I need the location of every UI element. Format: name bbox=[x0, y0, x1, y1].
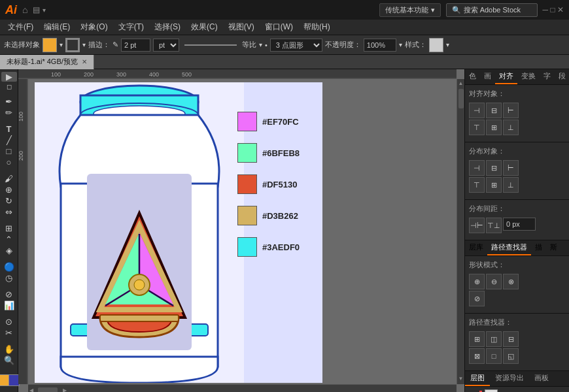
menu-help[interactable]: 帮助(H) bbox=[298, 20, 336, 34]
merge-btn[interactable]: ⊟ bbox=[503, 331, 519, 347]
tool-type[interactable]: T bbox=[1, 124, 17, 134]
intersect-btn[interactable]: ⊗ bbox=[503, 274, 519, 289]
tool-graph[interactable]: 📊 bbox=[1, 301, 17, 310]
style-swatch[interactable] bbox=[429, 38, 443, 52]
stroke-swatch[interactable] bbox=[65, 38, 80, 52]
minus-back-btn[interactable]: ◱ bbox=[503, 348, 519, 364]
tool-pen[interactable]: ✒ bbox=[1, 97, 17, 106]
outline-btn[interactable]: □ bbox=[486, 348, 502, 364]
point-style-select[interactable]: 3 点圆形 bbox=[270, 39, 322, 52]
tab-layers[interactable]: 层图 bbox=[465, 371, 490, 386]
tab-align[interactable]: 对齐 bbox=[495, 69, 517, 84]
dist-horiz-space[interactable]: ⊣⊢ bbox=[469, 218, 485, 233]
align-bottom-edge[interactable]: ⊥ bbox=[503, 120, 519, 135]
dist-center-h[interactable]: ⊟ bbox=[486, 160, 502, 176]
tool-width[interactable]: ◈ bbox=[1, 246, 17, 255]
scroll-up-btn[interactable]: ▲ bbox=[457, 79, 464, 88]
tool-rect[interactable]: □ bbox=[1, 146, 17, 156]
tab-para[interactable]: 段 bbox=[555, 69, 569, 84]
vertical-scrollbar[interactable]: ▲ ▼ bbox=[457, 79, 464, 384]
dist-bottom[interactable]: ⊥ bbox=[503, 177, 519, 193]
menu-view[interactable]: 视图(V) bbox=[223, 20, 260, 34]
fill-dropdown[interactable]: ▾ bbox=[60, 41, 63, 48]
opacity-input[interactable] bbox=[364, 39, 396, 52]
dist-vert-space[interactable]: ⊤⊥ bbox=[486, 218, 502, 233]
dist-center-v[interactable]: ⊞ bbox=[486, 177, 502, 193]
tool-brush[interactable]: 🖌 bbox=[1, 174, 17, 184]
tab-asset-export[interactable]: 资源导出 bbox=[490, 371, 529, 386]
home-icon[interactable]: ⌂ bbox=[22, 5, 27, 15]
trim-btn[interactable]: ◫ bbox=[486, 331, 502, 347]
tab-transform[interactable]: 变换 bbox=[517, 69, 540, 84]
scroll-thumb[interactable] bbox=[458, 89, 464, 108]
tab-artboards[interactable]: 画板 bbox=[529, 371, 554, 386]
dist-left[interactable]: ⊣ bbox=[469, 160, 485, 176]
tool-hand[interactable]: ✋ bbox=[1, 344, 17, 354]
align-right-edge[interactable]: ⊢ bbox=[503, 103, 519, 118]
ratio-dropdown[interactable]: ▾ bbox=[259, 41, 262, 48]
tool-rotate[interactable]: ↻ bbox=[1, 196, 17, 206]
stroke-unit-select[interactable]: pt bbox=[153, 39, 179, 52]
tool-warp[interactable]: ⌃ bbox=[1, 235, 17, 244]
tab-pathfinder[interactable]: 路径查找器 bbox=[487, 240, 531, 255]
tool-symbol[interactable]: ⊘ bbox=[1, 289, 17, 299]
menu-select[interactable]: 选择(S) bbox=[149, 20, 186, 34]
foreground-color-swatch[interactable] bbox=[0, 374, 9, 386]
divide-btn[interactable]: ⊞ bbox=[469, 331, 485, 347]
workspace-selector[interactable]: 传统基本功能 ▾ bbox=[379, 3, 441, 17]
tab-si[interactable]: 斯 bbox=[546, 240, 561, 255]
tab-close[interactable]: ✕ bbox=[82, 58, 87, 65]
tool-pencil[interactable]: ✏ bbox=[1, 108, 17, 118]
crop-btn[interactable]: ⊠ bbox=[469, 348, 485, 364]
tab-swatches[interactable]: 色 bbox=[465, 69, 480, 84]
exclude-btn[interactable]: ⊘ bbox=[469, 291, 485, 306]
background-color-swatch[interactable] bbox=[8, 374, 20, 386]
close-button[interactable]: ─ □ ✕ bbox=[543, 5, 564, 14]
tool-slice[interactable]: ✂ bbox=[1, 328, 17, 338]
tool-artboard[interactable]: ⊙ bbox=[1, 317, 17, 327]
arrange-icon[interactable]: ▤ bbox=[33, 5, 40, 14]
tool-zoom[interactable]: 🔍 bbox=[1, 355, 17, 365]
document-tab[interactable]: 未标题-1.ai* 4GB/预览 ✕ bbox=[0, 55, 94, 69]
unite-btn[interactable]: ⊕ bbox=[469, 274, 485, 289]
layer-item-1[interactable]: 👁 框架 ▶ bbox=[465, 387, 569, 392]
style-dropdown[interactable]: ▾ bbox=[446, 41, 449, 48]
dist-right[interactable]: ⊢ bbox=[503, 160, 519, 176]
horizontal-scrollbar[interactable]: ◀ ▶ bbox=[28, 384, 457, 392]
tool-eyedropper[interactable]: 🔵 bbox=[1, 262, 17, 272]
stock-search[interactable]: 🔍 搜索 Adobe Stock bbox=[446, 3, 538, 17]
tool-blob[interactable]: ⊕ bbox=[1, 185, 17, 195]
tab-brushes[interactable]: 画 bbox=[480, 69, 495, 84]
align-top-edge[interactable]: ⊤ bbox=[469, 120, 485, 135]
align-center-h[interactable]: ⊟ bbox=[486, 103, 502, 118]
menu-object[interactable]: 对象(O) bbox=[75, 20, 112, 34]
fill-swatch[interactable] bbox=[43, 38, 57, 52]
scroll-thumb-h[interactable] bbox=[38, 387, 58, 392]
tool-line[interactable]: ╱ bbox=[1, 135, 17, 145]
tab-layers-lib[interactable]: 层库 bbox=[465, 240, 487, 255]
align-left-edge[interactable]: ⊣ bbox=[469, 103, 485, 118]
scroll-left-btn[interactable]: ◀ bbox=[28, 386, 35, 392]
minus-front-btn[interactable]: ⊖ bbox=[486, 274, 502, 289]
stroke-value-input[interactable] bbox=[121, 39, 150, 52]
align-center-v[interactable]: ⊞ bbox=[486, 120, 502, 135]
tool-direct-select[interactable]: ◻ bbox=[1, 83, 17, 90]
tool-blend[interactable]: ◷ bbox=[1, 273, 17, 283]
menu-edit[interactable]: 编辑(E) bbox=[39, 20, 75, 34]
tool-scale[interactable]: ⊞ bbox=[1, 223, 17, 233]
menu-file[interactable]: 文件(F) bbox=[3, 20, 39, 34]
tool-ellipse[interactable]: ○ bbox=[1, 157, 17, 167]
dist-top[interactable]: ⊤ bbox=[469, 177, 485, 193]
menu-type[interactable]: 文字(T) bbox=[113, 20, 149, 34]
tool-select[interactable]: ▶ bbox=[1, 72, 17, 82]
tab-desc[interactable]: 描 bbox=[531, 240, 546, 255]
spacing-input[interactable] bbox=[503, 218, 536, 231]
scroll-right-btn[interactable]: ▶ bbox=[61, 386, 68, 392]
opacity-dropdown[interactable]: ▾ bbox=[399, 41, 402, 48]
tool-reflect[interactable]: ⇔ bbox=[1, 207, 17, 217]
tab-char[interactable]: 字 bbox=[540, 69, 555, 84]
arrange-dropdown[interactable]: ▾ bbox=[43, 7, 46, 14]
stroke-dropdown[interactable]: ▾ bbox=[82, 41, 86, 48]
scroll-down-btn[interactable]: ▼ bbox=[457, 374, 464, 383]
menu-window[interactable]: 窗口(W) bbox=[260, 20, 298, 34]
